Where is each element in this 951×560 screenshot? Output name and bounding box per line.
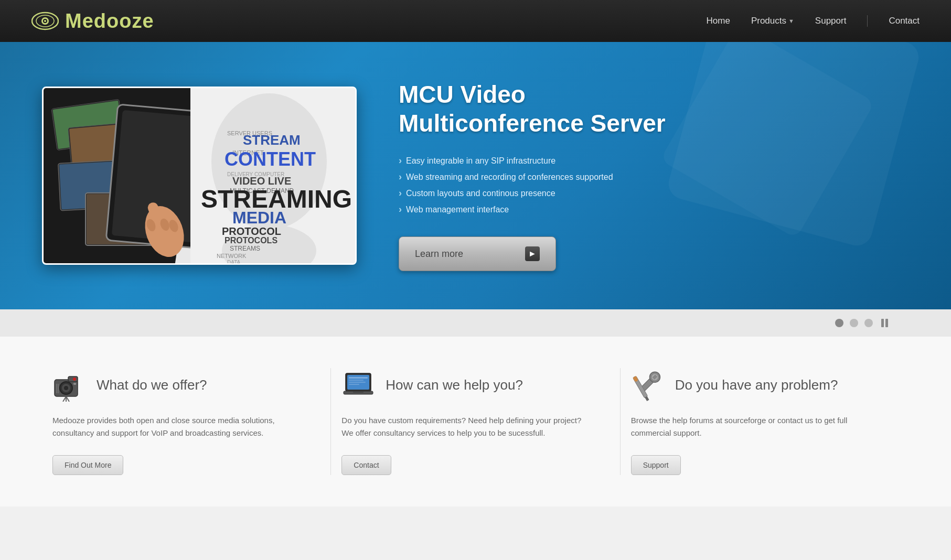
svg-rect-53 <box>349 377 368 379</box>
slider-controls <box>0 309 951 337</box>
camera-icon <box>52 368 86 402</box>
logo-text: Medooze <box>65 10 154 33</box>
nav-home[interactable]: Home <box>707 16 730 26</box>
svg-text:NETWORK: NETWORK <box>217 253 247 259</box>
svg-text:DATA: DATA <box>227 260 241 265</box>
feature-offer-title: What do we offer? <box>97 376 207 394</box>
feature-problem-desc: Browse the help forums at sourceforge or… <box>631 414 883 439</box>
slider-dot-2[interactable] <box>850 319 858 327</box>
svg-text:MEDIA: MEDIA <box>232 208 286 227</box>
hero-title: MCU Video Multiconference Server <box>399 80 909 138</box>
svg-text:CONTENT: CONTENT <box>225 148 316 170</box>
slider-dot-1[interactable] <box>835 319 843 327</box>
hero-illustration: SERVER USERS STREAM INTERNET CONTENT DEL… <box>44 88 357 265</box>
svg-rect-55 <box>349 382 366 383</box>
contact-button[interactable]: Contact <box>341 455 391 475</box>
laptop-icon <box>341 368 375 402</box>
pause-bar-2 <box>885 319 888 327</box>
support-button[interactable]: Support <box>631 455 681 475</box>
slider-pause-button[interactable] <box>881 319 888 327</box>
svg-point-42 <box>64 386 68 390</box>
find-out-more-button[interactable]: Find Out More <box>52 455 123 475</box>
svg-rect-45 <box>73 383 76 385</box>
svg-point-4 <box>44 20 46 22</box>
slider-dot-3[interactable] <box>864 319 873 327</box>
pause-bar-1 <box>881 319 884 327</box>
svg-text:STREAM: STREAM <box>243 132 301 148</box>
svg-rect-56 <box>349 384 359 385</box>
hero-feature-4: Web management interface <box>399 201 909 218</box>
feature-problem-title: Do you have any problem? <box>675 376 838 394</box>
hero-content: MCU Video Multiconference Server Easy in… <box>399 80 909 271</box>
hero-image: SERVER USERS STREAM INTERNET CONTENT DEL… <box>42 87 357 265</box>
svg-rect-54 <box>349 380 364 381</box>
feature-problem-card: Do you have any problem? Browse the help… <box>621 368 909 475</box>
tools-icon <box>631 368 665 402</box>
main-nav: Home Products ▼ Support Contact <box>707 15 920 27</box>
feature-help-header: How can we help you? <box>341 368 593 402</box>
feature-problem-header: Do you have any problem? <box>631 368 883 402</box>
svg-text:STREAMS: STREAMS <box>230 245 260 252</box>
hero-feature-1: Easy integrable in any SIP infrastructur… <box>399 153 909 169</box>
svg-text:PROTOCOLS: PROTOCOLS <box>225 236 277 245</box>
feature-offer-header: What do we offer? <box>52 368 304 402</box>
svg-text:PROTOCOL: PROTOCOL <box>222 225 281 237</box>
learn-more-button[interactable]: Learn more ► <box>399 236 556 271</box>
feature-offer-card: What do we offer? Medooze provides both … <box>42 368 331 475</box>
nav-support[interactable]: Support <box>815 16 847 26</box>
hero-features-list: Easy integrable in any SIP infrastructur… <box>399 153 909 218</box>
nav-contact[interactable]: Contact <box>889 16 920 26</box>
features-section: What do we offer? Medooze provides both … <box>0 337 951 507</box>
svg-rect-58 <box>353 391 364 393</box>
products-dropdown-arrow: ▼ <box>788 18 794 24</box>
learn-more-arrow-icon: ► <box>525 246 540 261</box>
nav-divider <box>867 15 868 27</box>
nav-products[interactable]: Products ▼ <box>751 16 794 26</box>
feature-help-title: How can we help you? <box>386 376 523 394</box>
hero-section: SERVER USERS STREAM INTERNET CONTENT DEL… <box>0 42 951 309</box>
hero-feature-2: Web streaming and recording of conferenc… <box>399 169 909 185</box>
header: Medooze Home Products ▼ Support Contact <box>0 0 951 42</box>
hero-feature-3: Custom layouts and continous presence <box>399 185 909 201</box>
feature-offer-desc: Medooze provides both open and close sou… <box>52 414 304 439</box>
learn-more-label: Learn more <box>415 249 463 260</box>
svg-point-44 <box>73 378 76 381</box>
feature-help-card: How can we help you? Do you have custom … <box>331 368 620 475</box>
feature-help-desc: Do you have custom requirements? Need he… <box>341 414 593 439</box>
logo-icon <box>31 12 59 30</box>
logo[interactable]: Medooze <box>31 10 154 33</box>
